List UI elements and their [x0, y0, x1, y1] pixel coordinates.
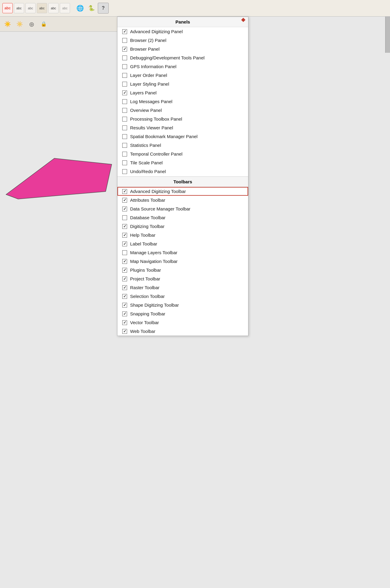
toolbar-checkbox[interactable]: [122, 329, 127, 334]
panel-item-label: GPS Information Panel: [130, 64, 176, 69]
python-toolbar-icon[interactable]: 🐍: [86, 3, 97, 13]
circle-adjust-icon[interactable]: ◎: [27, 19, 37, 29]
panel-item[interactable]: Tile Scale Panel: [117, 158, 248, 167]
panel-checkbox[interactable]: [122, 160, 127, 165]
panel-checkbox[interactable]: [122, 82, 127, 87]
menu-close-button[interactable]: [241, 17, 247, 24]
abc-red-icon[interactable]: abc: [2, 3, 13, 13]
globe-toolbar-icon[interactable]: 🌐: [75, 3, 85, 13]
panel-item[interactable]: Spatial Bookmark Manager Panel: [117, 132, 248, 141]
toolbar-item[interactable]: Plugins Toolbar: [117, 266, 248, 274]
toolbar-item[interactable]: Map Navigation Toolbar: [117, 257, 248, 266]
panel-item[interactable]: Statistics Panel: [117, 141, 248, 150]
panel-item[interactable]: Layer Order Panel: [117, 71, 248, 80]
panel-checkbox[interactable]: [122, 117, 127, 122]
panel-item[interactable]: Advanced Digitizing Panel: [117, 27, 248, 36]
toolbar-item[interactable]: Web Toolbar: [117, 327, 248, 336]
toolbar-item[interactable]: Digitizing Toolbar: [117, 222, 248, 231]
toolbar-item-label: Help Toolbar: [130, 232, 155, 238]
toolbar-item[interactable]: Selection Toolbar: [117, 292, 248, 301]
panel-item[interactable]: Processing Toolbox Panel: [117, 115, 248, 123]
abc-icon-2[interactable]: abc: [25, 3, 36, 13]
toolbar-item[interactable]: Help Toolbar: [117, 231, 248, 239]
toolbar-checkbox[interactable]: [122, 268, 127, 273]
panel-item-label: Statistics Panel: [130, 143, 161, 148]
toolbar-checkbox[interactable]: [122, 224, 127, 229]
toolbar-checkbox[interactable]: [122, 189, 127, 194]
help-toolbar-icon[interactable]: ?: [98, 3, 109, 14]
panel-checkbox[interactable]: [122, 64, 127, 69]
panel-checkbox[interactable]: [122, 55, 127, 60]
toolbar-checkbox[interactable]: [122, 311, 127, 316]
toolbar-item-label: Data Source Manager Toolbar: [130, 206, 190, 211]
toolbar-checkbox[interactable]: [122, 294, 127, 299]
panel-checkbox[interactable]: [122, 99, 127, 104]
panel-item[interactable]: Layer Styling Panel: [117, 80, 248, 88]
toolbar-item[interactable]: Shape Digitizing Toolbar: [117, 301, 248, 309]
toolbar-item[interactable]: Attributes Toolbar: [117, 196, 248, 204]
toolbar-checkbox[interactable]: [122, 233, 127, 238]
panel-item-label: Results Viewer Panel: [130, 125, 173, 130]
toolbar-checkbox[interactable]: [122, 259, 127, 264]
toolbar-item[interactable]: Snapping Toolbar: [117, 309, 248, 318]
sun2-icon[interactable]: ☀️: [14, 19, 25, 29]
toolbar-checkbox[interactable]: [122, 242, 127, 246]
panel-item[interactable]: Browser (2) Panel: [117, 36, 248, 45]
svg-marker-0: [6, 158, 112, 199]
toolbar-item-label: Web Toolbar: [130, 329, 155, 334]
toolbar-item-label: Advanced Digitizing Toolbar: [130, 189, 186, 194]
panel-checkbox[interactable]: [122, 108, 127, 113]
toolbar-checkbox[interactable]: [122, 250, 127, 255]
panel-item[interactable]: Log Messages Panel: [117, 97, 248, 106]
panel-item[interactable]: Layers Panel: [117, 88, 248, 97]
panel-checkbox[interactable]: [122, 125, 127, 130]
abc-icon-3[interactable]: abc: [37, 3, 47, 13]
toolbar-item[interactable]: Vector Toolbar: [117, 318, 248, 327]
panel-item[interactable]: Debugging/Development Tools Panel: [117, 53, 248, 62]
toolbar-checkbox[interactable]: [122, 277, 127, 281]
toolbar-item-label: Database Toolbar: [130, 215, 165, 220]
abc-icon-4[interactable]: abc: [48, 3, 59, 13]
toolbar-checkbox[interactable]: [122, 207, 127, 211]
panel-item[interactable]: Undo/Redo Panel: [117, 167, 248, 176]
right-scrollbar[interactable]: [385, 17, 390, 53]
toolbar-item[interactable]: Manage Layers Toolbar: [117, 248, 248, 257]
panel-checkbox[interactable]: [122, 47, 127, 52]
panel-item-label: Layer Styling Panel: [130, 81, 169, 87]
toolbar-item[interactable]: Advanced Digitizing Toolbar: [117, 187, 248, 196]
toolbar-checkbox[interactable]: [122, 215, 127, 220]
lock-icon[interactable]: 🔒: [39, 19, 49, 29]
panel-item[interactable]: GPS Information Panel: [117, 62, 248, 71]
abc-icon-5[interactable]: abc: [60, 3, 70, 13]
toolbar-checkbox[interactable]: [122, 198, 127, 203]
panel-checkbox[interactable]: [122, 29, 127, 34]
panel-checkbox[interactable]: [122, 134, 127, 139]
sun-icon[interactable]: ☀️: [2, 19, 13, 29]
panel-item-label: Layer Order Panel: [130, 73, 167, 78]
panel-item-label: Advanced Digitizing Panel: [130, 29, 183, 34]
toolbar-item[interactable]: Label Toolbar: [117, 239, 248, 248]
toolbar-item[interactable]: Data Source Manager Toolbar: [117, 204, 248, 213]
panel-item-label: Log Messages Panel: [130, 99, 172, 104]
panel-item[interactable]: Browser Panel: [117, 45, 248, 53]
toolbar-item[interactable]: Project Toolbar: [117, 274, 248, 283]
toolbar-checkbox[interactable]: [122, 303, 127, 308]
toolbar-item[interactable]: Raster Toolbar: [117, 283, 248, 292]
panel-item[interactable]: Temporal Controller Panel: [117, 150, 248, 158]
panel-checkbox[interactable]: [122, 169, 127, 174]
panel-item[interactable]: Overview Panel: [117, 106, 248, 115]
panel-checkbox[interactable]: [122, 152, 127, 156]
toolbar-item[interactable]: Database Toolbar: [117, 213, 248, 222]
abc-icon-1[interactable]: abc: [14, 3, 24, 13]
panel-item-label: Layers Panel: [130, 90, 157, 95]
panel-checkbox[interactable]: [122, 73, 127, 78]
panel-checkbox[interactable]: [122, 38, 127, 43]
toolbar-item-label: Selection Toolbar: [130, 294, 165, 299]
toolbar-item-label: Plugins Toolbar: [130, 267, 161, 273]
panel-checkbox[interactable]: [122, 143, 127, 148]
toolbar-checkbox[interactable]: [122, 285, 127, 290]
panel-checkbox[interactable]: [122, 90, 127, 95]
panels-section-header: Panels: [117, 17, 248, 27]
panel-item[interactable]: Results Viewer Panel: [117, 123, 248, 132]
toolbar-checkbox[interactable]: [122, 320, 127, 325]
